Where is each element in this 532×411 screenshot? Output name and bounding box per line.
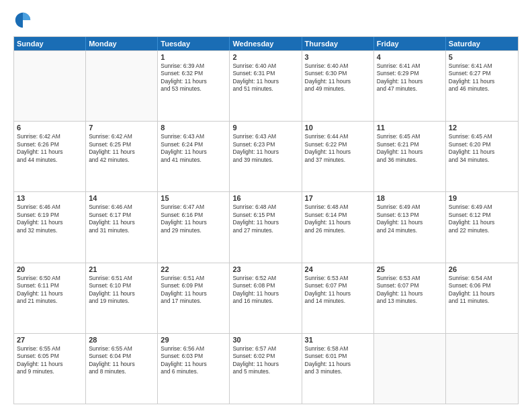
calendar-cell-w3-d1: 21Sunrise: 6:51 AMSunset: 6:10 PMDayligh… (86, 263, 158, 333)
cell-info: Sunrise: 6:57 AMSunset: 6:02 PMDaylight:… (232, 345, 298, 376)
day-number: 6 (17, 124, 83, 132)
calendar-row-3: 20Sunrise: 6:50 AMSunset: 6:11 PMDayligh… (14, 263, 518, 333)
header (13, 11, 519, 30)
day-number: 14 (89, 194, 154, 202)
page: SundayMondayTuesdayWednesdayThursdayFrid… (0, 0, 532, 411)
calendar-body: 1Sunrise: 6:39 AMSunset: 6:32 PMDaylight… (14, 50, 518, 404)
calendar: SundayMondayTuesdayWednesdayThursdayFrid… (13, 36, 519, 404)
cell-info: Sunrise: 6:46 AMSunset: 6:17 PMDaylight:… (89, 203, 154, 234)
calendar-cell-w2-d5: 18Sunrise: 6:49 AMSunset: 6:13 PMDayligh… (374, 192, 446, 262)
day-number: 22 (161, 265, 226, 273)
cell-info: Sunrise: 6:52 AMSunset: 6:08 PMDaylight:… (232, 275, 298, 306)
calendar-cell-w0-d6: 5Sunrise: 6:41 AMSunset: 6:27 PMDaylight… (446, 51, 518, 121)
cell-info: Sunrise: 6:51 AMSunset: 6:09 PMDaylight:… (161, 275, 226, 306)
cell-info: Sunrise: 6:40 AMSunset: 6:30 PMDaylight:… (305, 62, 371, 93)
calendar-cell-w1-d4: 10Sunrise: 6:44 AMSunset: 6:22 PMDayligh… (302, 122, 374, 191)
cell-info: Sunrise: 6:54 AMSunset: 6:06 PMDaylight:… (449, 275, 515, 306)
calendar-cell-w4-d6 (446, 334, 518, 404)
day-number: 15 (161, 194, 226, 202)
day-number: 2 (232, 53, 298, 61)
calendar-row-2: 13Sunrise: 6:46 AMSunset: 6:19 PMDayligh… (14, 191, 518, 262)
day-number: 19 (449, 194, 515, 202)
cell-info: Sunrise: 6:50 AMSunset: 6:11 PMDaylight:… (17, 275, 83, 306)
cell-info: Sunrise: 6:51 AMSunset: 6:10 PMDaylight:… (89, 275, 154, 306)
cell-info: Sunrise: 6:46 AMSunset: 6:19 PMDaylight:… (17, 203, 83, 234)
cell-info: Sunrise: 6:47 AMSunset: 6:16 PMDaylight:… (161, 203, 226, 234)
calendar-cell-w0-d0 (14, 51, 86, 121)
cell-info: Sunrise: 6:56 AMSunset: 6:03 PMDaylight:… (161, 345, 226, 376)
logo-icon (13, 11, 32, 30)
cell-info: Sunrise: 6:58 AMSunset: 6:01 PMDaylight:… (305, 345, 371, 376)
day-number: 31 (305, 336, 371, 344)
calendar-row-1: 6Sunrise: 6:42 AMSunset: 6:26 PMDaylight… (14, 121, 518, 191)
cell-info: Sunrise: 6:39 AMSunset: 6:32 PMDaylight:… (161, 62, 226, 93)
calendar-cell-w0-d3: 2Sunrise: 6:40 AMSunset: 6:31 PMDaylight… (230, 51, 302, 121)
calendar-cell-w2-d1: 14Sunrise: 6:46 AMSunset: 6:17 PMDayligh… (86, 192, 158, 262)
calendar-cell-w3-d0: 20Sunrise: 6:50 AMSunset: 6:11 PMDayligh… (14, 263, 86, 333)
cell-info: Sunrise: 6:44 AMSunset: 6:22 PMDaylight:… (305, 133, 371, 164)
calendar-cell-w4-d5 (374, 334, 446, 404)
calendar-cell-w4-d2: 29Sunrise: 6:56 AMSunset: 6:03 PMDayligh… (158, 334, 230, 404)
day-number: 12 (449, 124, 515, 132)
calendar-cell-w4-d0: 27Sunrise: 6:55 AMSunset: 6:05 PMDayligh… (14, 334, 86, 404)
calendar-cell-w3-d2: 22Sunrise: 6:51 AMSunset: 6:09 PMDayligh… (158, 263, 230, 333)
cell-info: Sunrise: 6:42 AMSunset: 6:25 PMDaylight:… (89, 133, 154, 164)
calendar-cell-w3-d4: 24Sunrise: 6:53 AMSunset: 6:07 PMDayligh… (302, 263, 374, 333)
calendar-row-4: 27Sunrise: 6:55 AMSunset: 6:05 PMDayligh… (14, 333, 518, 404)
day-number: 10 (305, 124, 371, 132)
weekday-header-sunday: Sunday (14, 37, 86, 50)
cell-info: Sunrise: 6:55 AMSunset: 6:05 PMDaylight:… (17, 345, 83, 376)
cell-info: Sunrise: 6:41 AMSunset: 6:29 PMDaylight:… (377, 62, 443, 93)
weekday-header-friday: Friday (374, 37, 446, 50)
cell-info: Sunrise: 6:53 AMSunset: 6:07 PMDaylight:… (305, 275, 371, 306)
calendar-header: SundayMondayTuesdayWednesdayThursdayFrid… (14, 37, 518, 50)
weekday-header-thursday: Thursday (302, 37, 374, 50)
calendar-cell-w1-d1: 7Sunrise: 6:42 AMSunset: 6:25 PMDaylight… (86, 122, 158, 191)
day-number: 24 (305, 265, 371, 273)
day-number: 3 (305, 53, 371, 61)
cell-info: Sunrise: 6:48 AMSunset: 6:15 PMDaylight:… (232, 203, 298, 234)
day-number: 21 (89, 265, 154, 273)
day-number: 30 (232, 336, 298, 344)
day-number: 9 (232, 124, 298, 132)
cell-info: Sunrise: 6:41 AMSunset: 6:27 PMDaylight:… (449, 62, 515, 93)
day-number: 25 (377, 265, 443, 273)
calendar-cell-w2-d3: 16Sunrise: 6:48 AMSunset: 6:15 PMDayligh… (230, 192, 302, 262)
day-number: 28 (89, 336, 154, 344)
calendar-cell-w2-d4: 17Sunrise: 6:48 AMSunset: 6:14 PMDayligh… (302, 192, 374, 262)
day-number: 11 (377, 124, 443, 132)
calendar-cell-w3-d5: 25Sunrise: 6:53 AMSunset: 6:07 PMDayligh… (374, 263, 446, 333)
calendar-cell-w2-d6: 19Sunrise: 6:49 AMSunset: 6:12 PMDayligh… (446, 192, 518, 262)
day-number: 8 (161, 124, 226, 132)
calendar-cell-w0-d2: 1Sunrise: 6:39 AMSunset: 6:32 PMDaylight… (158, 51, 230, 121)
day-number: 26 (449, 265, 515, 273)
day-number: 23 (232, 265, 298, 273)
cell-info: Sunrise: 6:42 AMSunset: 6:26 PMDaylight:… (17, 133, 83, 164)
weekday-header-saturday: Saturday (446, 37, 518, 50)
day-number: 20 (17, 265, 83, 273)
cell-info: Sunrise: 6:40 AMSunset: 6:31 PMDaylight:… (232, 62, 298, 93)
cell-info: Sunrise: 6:49 AMSunset: 6:13 PMDaylight:… (377, 203, 443, 234)
calendar-cell-w1-d6: 12Sunrise: 6:45 AMSunset: 6:20 PMDayligh… (446, 122, 518, 191)
day-number: 29 (161, 336, 226, 344)
calendar-cell-w3-d6: 26Sunrise: 6:54 AMSunset: 6:06 PMDayligh… (446, 263, 518, 333)
day-number: 5 (449, 53, 515, 61)
cell-info: Sunrise: 6:55 AMSunset: 6:04 PMDaylight:… (89, 345, 154, 376)
calendar-cell-w1-d5: 11Sunrise: 6:45 AMSunset: 6:21 PMDayligh… (374, 122, 446, 191)
calendar-cell-w2-d2: 15Sunrise: 6:47 AMSunset: 6:16 PMDayligh… (158, 192, 230, 262)
calendar-cell-w1-d3: 9Sunrise: 6:43 AMSunset: 6:23 PMDaylight… (230, 122, 302, 191)
day-number: 18 (377, 194, 443, 202)
day-number: 17 (305, 194, 371, 202)
cell-info: Sunrise: 6:53 AMSunset: 6:07 PMDaylight:… (377, 275, 443, 306)
day-number: 27 (17, 336, 83, 344)
calendar-cell-w2-d0: 13Sunrise: 6:46 AMSunset: 6:19 PMDayligh… (14, 192, 86, 262)
calendar-cell-w0-d5: 4Sunrise: 6:41 AMSunset: 6:29 PMDaylight… (374, 51, 446, 121)
cell-info: Sunrise: 6:43 AMSunset: 6:23 PMDaylight:… (232, 133, 298, 164)
cell-info: Sunrise: 6:49 AMSunset: 6:12 PMDaylight:… (449, 203, 515, 234)
calendar-cell-w4-d3: 30Sunrise: 6:57 AMSunset: 6:02 PMDayligh… (230, 334, 302, 404)
day-number: 13 (17, 194, 83, 202)
day-number: 1 (161, 53, 226, 61)
weekday-header-wednesday: Wednesday (230, 37, 302, 50)
day-number: 16 (232, 194, 298, 202)
cell-info: Sunrise: 6:45 AMSunset: 6:21 PMDaylight:… (377, 133, 443, 164)
